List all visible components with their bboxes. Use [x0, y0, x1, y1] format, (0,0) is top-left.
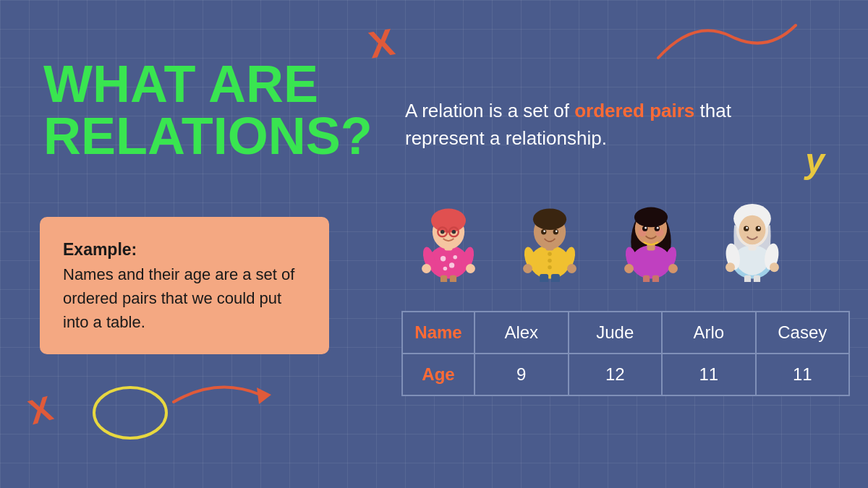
swirl-decoration	[651, 14, 810, 75]
svg-point-7	[431, 208, 466, 232]
svg-point-65	[770, 262, 779, 272]
svg-rect-66	[744, 275, 751, 282]
svg-marker-69	[257, 388, 271, 404]
example-box: Example: Names and their age are a set o…	[40, 217, 329, 354]
arrow-decoration	[87, 355, 289, 445]
character-arlo	[608, 192, 694, 286]
svg-point-57	[739, 215, 766, 245]
svg-point-60	[746, 227, 748, 229]
characters-row	[405, 192, 796, 286]
name-label: Name	[402, 312, 475, 354]
svg-point-16	[466, 264, 475, 273]
svg-point-20	[548, 252, 552, 256]
example-text: Names and their age are a set of ordered…	[63, 265, 294, 331]
table-row-ages: Age 9 12 11 11	[402, 354, 849, 395]
svg-rect-67	[754, 275, 760, 282]
character-jude	[506, 192, 593, 286]
svg-point-25	[533, 208, 566, 230]
svg-point-15	[422, 264, 431, 273]
svg-point-29	[556, 230, 558, 232]
y-decoration: y	[805, 141, 825, 181]
svg-point-68	[94, 388, 166, 438]
name-jude: Jude	[569, 312, 663, 354]
svg-rect-18	[450, 275, 456, 282]
data-table: Name Alex Jude Arlo Casey Age 9 12 11 11	[401, 311, 850, 396]
svg-point-2	[449, 262, 454, 267]
svg-point-1	[441, 256, 446, 261]
age-casey: 11	[756, 354, 850, 395]
name-arlo: Arlo	[662, 312, 756, 354]
svg-point-40	[634, 207, 668, 228]
svg-point-33	[567, 264, 576, 273]
svg-point-64	[726, 262, 735, 272]
name-casey: Casey	[756, 312, 850, 354]
svg-rect-51	[643, 275, 650, 282]
svg-point-22	[548, 265, 552, 270]
svg-point-50	[668, 264, 678, 273]
character-casey	[709, 192, 796, 286]
svg-point-61	[758, 227, 760, 229]
description-text: A relation is a set of ordered pairs tha…	[405, 98, 810, 152]
age-alex: 9	[475, 354, 569, 395]
svg-rect-34	[540, 274, 548, 282]
character-alex	[405, 192, 492, 286]
svg-rect-35	[551, 274, 560, 282]
table-row-names: Name Alex Jude Arlo Casey	[402, 312, 849, 354]
svg-point-45	[644, 227, 647, 229]
svg-point-49	[624, 264, 634, 273]
age-label: Age	[402, 354, 475, 395]
svg-point-21	[548, 259, 552, 263]
svg-rect-52	[652, 275, 659, 282]
svg-point-32	[523, 264, 532, 273]
svg-rect-17	[441, 275, 447, 282]
svg-point-28	[543, 230, 545, 232]
svg-point-12	[452, 230, 456, 234]
age-arlo: 11	[662, 354, 756, 395]
page-title: WHAT ARE RELATIONS?	[43, 58, 373, 162]
x-decoration-bottom: X	[24, 388, 56, 432]
age-jude: 12	[569, 354, 663, 395]
svg-point-46	[657, 227, 659, 229]
svg-point-3	[443, 267, 448, 271]
example-label: Example:	[63, 240, 137, 259]
slide: X WHAT ARE RELATIONS? A relation is a se…	[0, 0, 868, 488]
svg-point-11	[441, 230, 445, 234]
svg-point-4	[453, 255, 457, 260]
name-alex: Alex	[475, 312, 569, 354]
